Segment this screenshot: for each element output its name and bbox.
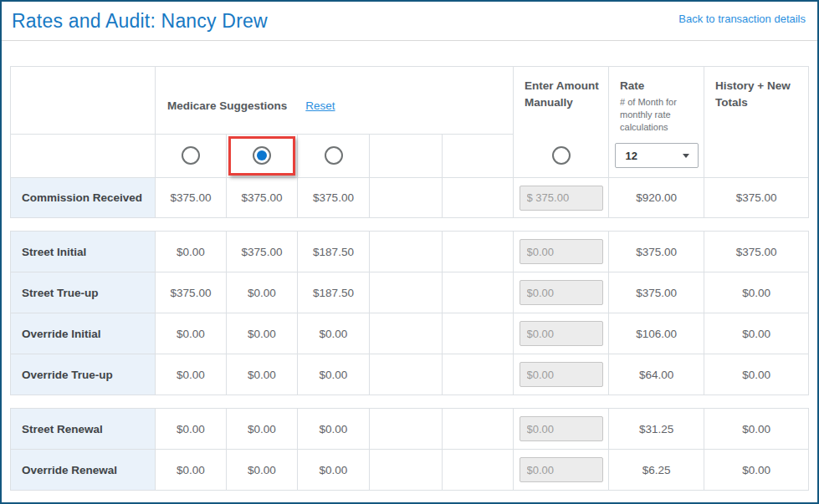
history-value: $0.00	[704, 354, 809, 395]
suggestion-value: $187.50	[298, 232, 370, 272]
suggestion-value: $0.00	[227, 313, 298, 354]
empty-cell	[370, 409, 443, 450]
suggestion-value: $187.50	[298, 272, 370, 313]
suggestion-value: $0.00	[227, 450, 298, 491]
manual-amount-cell	[514, 313, 609, 354]
empty-cell	[370, 450, 443, 491]
radio-row-label-cell	[11, 134, 156, 177]
manual-amount-input[interactable]	[520, 239, 603, 264]
empty-cell	[443, 232, 514, 272]
manual-amount-cell	[514, 354, 609, 395]
empty-cell	[370, 134, 443, 177]
empty-cell	[370, 313, 443, 354]
empty-cell	[443, 409, 514, 450]
suggestion-value: $0.00	[227, 272, 298, 313]
reset-link[interactable]: Reset	[305, 99, 335, 112]
manual-amount-radio[interactable]	[552, 146, 571, 165]
suggestion-value: $375.00	[156, 178, 227, 218]
suggestion-value: $0.00	[156, 232, 227, 272]
history-value: $375.00	[704, 232, 809, 272]
row-label: Street Renewal	[11, 409, 156, 450]
manual-amount-cell	[514, 450, 609, 491]
empty-cell	[443, 134, 514, 177]
window: Rates and Audit: Nancy Drew Back to tran…	[0, 0, 819, 504]
empty-cell	[443, 313, 514, 354]
rates-table-container: Medicare Suggestions Reset Enter Amount …	[10, 66, 809, 491]
table-row-override-true-up: Override True-up $0.00 $0.00 $0.00 $64.0…	[11, 354, 809, 395]
empty-cell	[370, 232, 443, 272]
history-totals-label: History + New Totals	[704, 67, 808, 112]
history-value: $375.00	[704, 178, 809, 218]
suggestion-value: $0.00	[298, 313, 370, 354]
suggestion-value: $0.00	[156, 313, 227, 354]
rate-value: $106.00	[609, 313, 704, 354]
empty-cell	[443, 178, 514, 218]
row-label: Override Initial	[11, 313, 156, 354]
history-value: $0.00	[704, 272, 809, 313]
suggestion-value: $375.00	[227, 232, 298, 272]
rate-value: $6.25	[609, 450, 704, 491]
table-row-override-initial: Override Initial $0.00 $0.00 $0.00 $106.…	[11, 313, 809, 354]
suggestion-3-radio-cell	[298, 134, 370, 177]
suggestion-value: $375.00	[227, 178, 298, 218]
row-label: Override True-up	[11, 354, 156, 395]
history-value: $0.00	[704, 409, 809, 450]
suggestion-3-radio[interactable]	[325, 146, 343, 165]
empty-cell	[443, 450, 514, 491]
selected-radio-highlight	[228, 136, 295, 176]
rate-subtitle: # of Month for monthly rate calculations	[609, 94, 704, 134]
enter-amount-label: Enter Amount Manually	[514, 67, 608, 112]
enter-amount-header-cell: Enter Amount Manually	[514, 67, 609, 178]
manual-amount-input[interactable]	[520, 280, 603, 305]
history-header-cell: History + New Totals	[704, 67, 809, 178]
suggestion-value: $375.00	[298, 178, 370, 218]
rate-header-cell: Rate # of Month for monthly rate calcula…	[609, 67, 704, 178]
suggestion-value: $0.00	[298, 409, 370, 450]
suggestion-value: $0.00	[298, 450, 370, 491]
back-link[interactable]: Back to transaction details	[678, 13, 806, 25]
manual-amount-input[interactable]	[520, 416, 603, 441]
manual-amount-input[interactable]	[520, 457, 603, 482]
suggestion-value: $0.00	[156, 354, 227, 395]
history-value: $0.00	[704, 450, 809, 491]
suggestion-value: $0.00	[227, 354, 298, 395]
row-label: Override Renewal	[11, 450, 156, 491]
suggestion-2-radio[interactable]	[253, 146, 271, 165]
suggestion-value: $375.00	[156, 272, 227, 313]
months-select[interactable]: 12	[615, 143, 699, 168]
suggestion-1-radio[interactable]	[182, 146, 200, 165]
page-title: Rates and Audit: Nancy Drew	[2, 10, 268, 33]
header-row: Medicare Suggestions Reset Enter Amount …	[11, 67, 809, 135]
page-header: Rates and Audit: Nancy Drew Back to tran…	[2, 2, 817, 41]
suggestion-value: $0.00	[156, 409, 227, 450]
rate-value: $375.00	[609, 272, 704, 313]
empty-cell	[370, 272, 443, 313]
medicare-suggestions-header: Medicare Suggestions Reset	[156, 67, 514, 135]
rate-value: $920.00	[609, 178, 704, 218]
manual-amount-cell	[514, 409, 609, 450]
suggestion-1-radio-cell	[156, 134, 227, 177]
corner-cell	[11, 67, 156, 135]
manual-amount-input[interactable]	[520, 186, 603, 211]
table-row-commission-received: Commission Received $375.00 $375.00 $375…	[11, 178, 809, 218]
suggestion-2-radio-cell	[227, 134, 298, 177]
manual-amount-cell	[514, 178, 609, 218]
group-spacer	[11, 218, 809, 232]
rate-label: Rate	[609, 67, 704, 94]
history-value: $0.00	[704, 313, 809, 354]
suggestion-value: $0.00	[156, 450, 227, 491]
table-row-street-initial: Street Initial $0.00 $375.00 $187.50 $37…	[11, 232, 809, 272]
manual-amount-input[interactable]	[520, 362, 603, 387]
row-label: Street Initial	[11, 232, 156, 272]
manual-amount-cell	[514, 272, 609, 313]
rates-table: Medicare Suggestions Reset Enter Amount …	[10, 66, 809, 491]
table-row-street-renewal: Street Renewal $0.00 $0.00 $0.00 $31.25 …	[11, 409, 809, 450]
manual-amount-cell	[514, 232, 609, 272]
manual-amount-input[interactable]	[520, 321, 603, 346]
empty-cell	[443, 272, 514, 313]
empty-cell	[443, 354, 514, 395]
rate-value: $31.25	[609, 409, 704, 450]
empty-cell	[370, 178, 443, 218]
rate-value: $64.00	[609, 354, 704, 395]
row-label: Street True-up	[11, 272, 156, 313]
